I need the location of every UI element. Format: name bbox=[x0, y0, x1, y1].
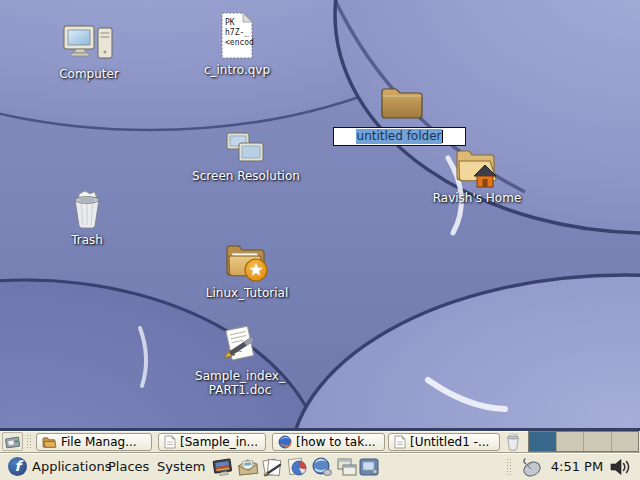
launcher-display[interactable] bbox=[212, 456, 234, 478]
sample-doc-label: Sample_index_ PART1.doc bbox=[195, 369, 285, 397]
desktop-icon-screen-resolution[interactable]: Screen Resolution bbox=[186, 130, 306, 183]
c-intro-label: c_intro.qvp bbox=[204, 63, 270, 77]
writer-launcher-icon bbox=[261, 456, 283, 478]
mail-launcher-icon bbox=[237, 456, 259, 478]
desktop-icon-sample-doc[interactable]: Sample_index_ PART1.doc bbox=[180, 326, 300, 397]
trash-applet[interactable] bbox=[503, 432, 523, 452]
menu-places-label: Places bbox=[108, 459, 149, 474]
ravish-home-label: Ravish's Home bbox=[433, 191, 522, 205]
launcher-mail[interactable] bbox=[237, 456, 259, 478]
folder-icon bbox=[379, 83, 425, 121]
window-list-panel: File Manag... [Sample_in... [how to tak.… bbox=[0, 428, 640, 452]
taskbar-button-file-manager[interactable]: File Manag... bbox=[36, 433, 152, 451]
desktop-icon-computer[interactable]: Computer bbox=[39, 24, 139, 81]
clock[interactable]: 4:51 PM bbox=[548, 453, 606, 480]
launcher-chart[interactable] bbox=[286, 456, 308, 478]
sample-doc-label-line2: PART1.doc bbox=[195, 383, 285, 397]
rename-selected-text: untitled folder bbox=[356, 129, 443, 144]
menu-system[interactable]: System bbox=[152, 453, 210, 480]
computer-icon bbox=[63, 24, 115, 64]
document-icon bbox=[164, 435, 176, 449]
workspace-cell-4[interactable] bbox=[611, 432, 639, 451]
folder-open-icon bbox=[42, 436, 57, 449]
mouse-icon bbox=[519, 457, 543, 477]
workspace-switcher[interactable] bbox=[528, 431, 639, 452]
volume-control[interactable] bbox=[608, 456, 634, 478]
tray-drag-handle[interactable] bbox=[506, 458, 511, 476]
menu-applications-label: Applications bbox=[32, 459, 111, 474]
taskbar-button-label: [Untitled1 -... bbox=[410, 435, 489, 449]
panel-drag-handle[interactable] bbox=[26, 434, 31, 449]
main-panel: f Applications Places System bbox=[0, 452, 640, 480]
taskbar-button-browser[interactable]: [how to tak... bbox=[272, 433, 385, 451]
launcher-media-device[interactable] bbox=[358, 456, 380, 478]
mouse-status[interactable] bbox=[518, 456, 544, 478]
desktop-icon-trash[interactable]: Trash bbox=[37, 190, 137, 247]
launcher-web-browser[interactable] bbox=[311, 456, 333, 478]
display-launcher-icon bbox=[212, 456, 234, 478]
menu-system-label: System bbox=[157, 459, 205, 474]
launcher-windows[interactable] bbox=[336, 456, 358, 478]
volume-icon bbox=[609, 457, 633, 477]
desktop-icon-linux-tutorial[interactable]: Linux_Tutorial bbox=[187, 241, 307, 300]
menu-places[interactable]: Places bbox=[103, 453, 154, 480]
screen-resolution-label: Screen Resolution bbox=[192, 169, 300, 183]
sample-doc-label-line1: Sample_index_ bbox=[195, 369, 285, 383]
desktop: Computer PK h7Z-_ <encod c_intro.qvp unt… bbox=[0, 0, 640, 480]
document-icon bbox=[394, 435, 406, 449]
workspace-cell-1[interactable] bbox=[529, 432, 556, 451]
svg-text:h7Z-_: h7Z-_ bbox=[225, 28, 249, 37]
folder-star-icon bbox=[223, 241, 271, 283]
desktop-icon-untitled-folder[interactable] bbox=[379, 83, 425, 121]
taskbar-button-label: [how to tak... bbox=[296, 435, 376, 449]
show-desktop-button[interactable] bbox=[2, 432, 23, 451]
chart-launcher-icon bbox=[286, 456, 308, 478]
linux-tutorial-label: Linux_Tutorial bbox=[206, 286, 288, 300]
menu-applications[interactable]: f Applications bbox=[3, 453, 116, 480]
windows-launcher-icon bbox=[336, 456, 358, 478]
text-caret bbox=[442, 130, 443, 143]
show-desktop-icon bbox=[5, 435, 21, 449]
workspace-cell-2[interactable] bbox=[556, 432, 584, 451]
trash-applet-icon bbox=[505, 433, 521, 451]
screens-icon bbox=[225, 130, 267, 166]
home-folder-icon bbox=[453, 146, 501, 188]
web-browser-icon bbox=[278, 435, 292, 449]
computer-label: Computer bbox=[59, 67, 119, 81]
taskbar-button-untitled1[interactable]: [Untitled1 -... bbox=[388, 433, 500, 451]
taskbar-button-label: File Manag... bbox=[61, 435, 137, 449]
taskbar-button-label: [Sample_in... bbox=[180, 435, 258, 449]
svg-text:PK: PK bbox=[225, 18, 235, 27]
taskbar-button-sample-doc[interactable]: [Sample_in... bbox=[158, 433, 266, 451]
desktop-icon-c-intro[interactable]: PK h7Z-_ <encod c_intro.qvp bbox=[187, 12, 287, 77]
document-pen-icon bbox=[218, 326, 262, 366]
archive-document-icon: PK h7Z-_ <encod bbox=[219, 12, 255, 60]
trash-icon bbox=[70, 190, 104, 230]
workspace-cell-3[interactable] bbox=[583, 432, 611, 451]
rename-input[interactable]: untitled folder bbox=[333, 127, 466, 146]
trash-label: Trash bbox=[71, 233, 103, 247]
svg-text:<encod: <encod bbox=[225, 38, 254, 47]
desktop-icon-ravish-home[interactable]: Ravish's Home bbox=[417, 146, 537, 205]
launcher-writer[interactable] bbox=[261, 456, 283, 478]
web-browser-launcher-icon bbox=[311, 456, 333, 478]
fedora-logo-icon: f bbox=[8, 457, 27, 476]
media-device-launcher-icon bbox=[358, 456, 380, 478]
